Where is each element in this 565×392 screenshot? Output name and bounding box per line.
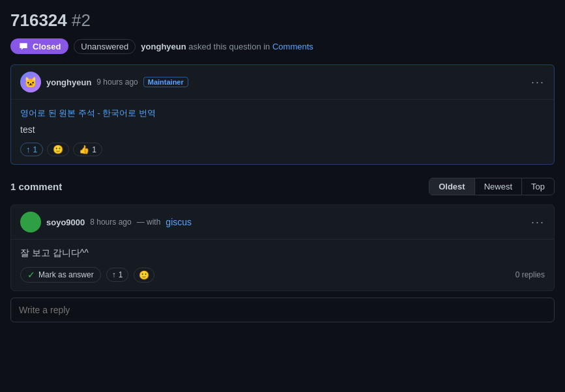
reply-actions-left: ✓ Mark as answer ↑ 1 🙂	[20, 267, 154, 283]
reply-header: soyo9000 8 hours ago — with giscus ···	[11, 205, 554, 240]
reply-upvote-button[interactable]: ↑ 1	[106, 268, 129, 282]
reply-upvote-count: 1	[119, 270, 123, 279]
comment-header-left: 🐱 yonghyeun 9 hours ago Maintainer	[20, 72, 188, 92]
sort-oldest-button[interactable]: Oldest	[429, 178, 474, 195]
sort-newest-button[interactable]: Newest	[475, 178, 522, 195]
issue-number: #2	[72, 10, 91, 30]
asked-info: yonghyeun asked this question in Comment…	[141, 42, 313, 51]
commenter-username: yonghyeun	[46, 77, 91, 87]
thumbsup-count: 1	[92, 145, 96, 154]
reply-text: 잘 보고 갑니다^^	[20, 247, 545, 259]
discussion-icon	[18, 41, 29, 51]
comments-section-header: 1 comment Oldest Newest Top	[10, 178, 555, 195]
unanswered-badge: Unanswered	[74, 39, 136, 54]
avatar: 🐱	[20, 72, 41, 92]
comment-body: 영어로 된 원본 주석 - 한국어로 번역 test ↑ 1 🙂 👍 1	[11, 100, 554, 164]
reply-card: soyo9000 8 hours ago — with giscus ··· 잘…	[10, 204, 555, 291]
reply-header-left: soyo9000 8 hours ago — with giscus	[20, 212, 192, 232]
write-reply-input[interactable]	[10, 298, 555, 322]
mark-answer-button[interactable]: ✓ Mark as answer	[20, 267, 101, 283]
original-comment-card: 🐱 yonghyeun 9 hours ago Maintainer ··· 영…	[10, 64, 555, 165]
mark-answer-label: Mark as answer	[38, 270, 94, 279]
reply-smile-icon: 🙂	[139, 270, 149, 280]
closed-badge: Closed	[10, 38, 68, 54]
reply-body: 잘 보고 갑니다^^ ✓ Mark as answer ↑ 1 🙂 0 repl…	[11, 240, 554, 290]
reply-emoji-button[interactable]: 🙂	[134, 268, 154, 283]
maintainer-badge: Maintainer	[143, 77, 188, 87]
reply-username: soyo9000	[46, 217, 85, 227]
comment-body-link: 영어로 된 원본 주석 - 한국어로 번역	[20, 107, 545, 119]
unanswered-label: Unanswered	[81, 42, 128, 51]
reactions-row: ↑ 1 🙂 👍 1	[20, 143, 545, 156]
comment-header: 🐱 yonghyeun 9 hours ago Maintainer ···	[11, 65, 554, 100]
check-icon: ✓	[27, 270, 35, 280]
reply-actions-row: ✓ Mark as answer ↑ 1 🙂 0 replies	[20, 267, 545, 283]
upvote-count: 1	[33, 145, 38, 154]
sort-buttons: Oldest Newest Top	[429, 178, 555, 195]
issue-id: 716324	[10, 10, 67, 30]
sort-top-button[interactable]: Top	[522, 178, 554, 195]
comment-timestamp: 9 hours ago	[96, 77, 138, 87]
thumbsup-icon: 👍	[79, 145, 89, 154]
asker-name: yonghyeun	[141, 42, 186, 51]
upvote-arrow: ↑	[26, 145, 31, 154]
location-link[interactable]: Comments	[272, 42, 313, 51]
body-link[interactable]: 영어로 된 원본 주석 - 한국어로 번역	[20, 108, 156, 118]
upvote-button[interactable]: ↑ 1	[20, 143, 43, 156]
thumbsup-button[interactable]: 👍 1	[73, 143, 102, 156]
reply-menu-button[interactable]: ···	[531, 216, 545, 229]
reply-timestamp: 8 hours ago	[90, 217, 131, 227]
reply-avatar	[20, 212, 41, 232]
comment-count-label: 1 comment	[10, 181, 62, 192]
comment-body-text: test	[20, 124, 545, 135]
badges-row: Closed Unanswered yonghyeun asked this q…	[10, 38, 555, 54]
emoji-button[interactable]: 🙂	[47, 143, 69, 156]
closed-label: Closed	[33, 42, 61, 51]
page-title: 716324 #2	[10, 10, 555, 31]
smile-icon: 🙂	[53, 145, 63, 154]
with-text: — with	[137, 217, 161, 227]
replies-count: 0 replies	[515, 270, 545, 279]
giscus-link[interactable]: giscus	[166, 217, 192, 227]
upvote-sm-arrow: ↑	[112, 270, 116, 279]
comment-menu-button[interactable]: ···	[531, 76, 545, 89]
